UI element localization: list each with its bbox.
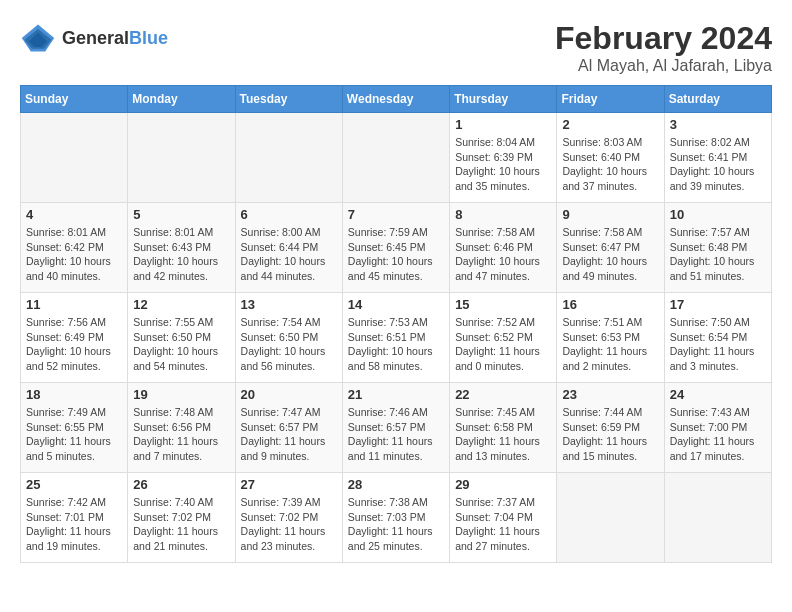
- calendar-cell: 23Sunrise: 7:44 AM Sunset: 6:59 PM Dayli…: [557, 383, 664, 473]
- calendar-cell: 12Sunrise: 7:55 AM Sunset: 6:50 PM Dayli…: [128, 293, 235, 383]
- calendar-cell: [21, 113, 128, 203]
- day-info: Sunrise: 7:50 AM Sunset: 6:54 PM Dayligh…: [670, 315, 766, 374]
- calendar-cell: 17Sunrise: 7:50 AM Sunset: 6:54 PM Dayli…: [664, 293, 771, 383]
- calendar-header-cell: Monday: [128, 86, 235, 113]
- calendar-header-cell: Sunday: [21, 86, 128, 113]
- calendar-cell: 26Sunrise: 7:40 AM Sunset: 7:02 PM Dayli…: [128, 473, 235, 563]
- calendar-cell: 3Sunrise: 8:02 AM Sunset: 6:41 PM Daylig…: [664, 113, 771, 203]
- day-info: Sunrise: 7:56 AM Sunset: 6:49 PM Dayligh…: [26, 315, 122, 374]
- day-info: Sunrise: 7:45 AM Sunset: 6:58 PM Dayligh…: [455, 405, 551, 464]
- day-info: Sunrise: 7:53 AM Sunset: 6:51 PM Dayligh…: [348, 315, 444, 374]
- day-number: 7: [348, 207, 444, 222]
- day-info: Sunrise: 8:04 AM Sunset: 6:39 PM Dayligh…: [455, 135, 551, 194]
- day-number: 25: [26, 477, 122, 492]
- page-header: GeneralBlue February 2024 Al Mayah, Al J…: [20, 20, 772, 75]
- calendar-header-cell: Wednesday: [342, 86, 449, 113]
- calendar-cell: 22Sunrise: 7:45 AM Sunset: 6:58 PM Dayli…: [450, 383, 557, 473]
- day-info: Sunrise: 7:38 AM Sunset: 7:03 PM Dayligh…: [348, 495, 444, 554]
- calendar-cell: 1Sunrise: 8:04 AM Sunset: 6:39 PM Daylig…: [450, 113, 557, 203]
- day-info: Sunrise: 7:59 AM Sunset: 6:45 PM Dayligh…: [348, 225, 444, 284]
- calendar-cell: 11Sunrise: 7:56 AM Sunset: 6:49 PM Dayli…: [21, 293, 128, 383]
- day-info: Sunrise: 7:44 AM Sunset: 6:59 PM Dayligh…: [562, 405, 658, 464]
- day-number: 11: [26, 297, 122, 312]
- day-info: Sunrise: 7:58 AM Sunset: 6:46 PM Dayligh…: [455, 225, 551, 284]
- day-number: 27: [241, 477, 337, 492]
- day-number: 22: [455, 387, 551, 402]
- calendar-cell: 27Sunrise: 7:39 AM Sunset: 7:02 PM Dayli…: [235, 473, 342, 563]
- day-number: 21: [348, 387, 444, 402]
- calendar-cell: 6Sunrise: 8:00 AM Sunset: 6:44 PM Daylig…: [235, 203, 342, 293]
- logo: GeneralBlue: [20, 20, 168, 56]
- calendar-cell: 21Sunrise: 7:46 AM Sunset: 6:57 PM Dayli…: [342, 383, 449, 473]
- calendar-cell: 19Sunrise: 7:48 AM Sunset: 6:56 PM Dayli…: [128, 383, 235, 473]
- calendar-cell: 8Sunrise: 7:58 AM Sunset: 6:46 PM Daylig…: [450, 203, 557, 293]
- day-info: Sunrise: 7:52 AM Sunset: 6:52 PM Dayligh…: [455, 315, 551, 374]
- day-info: Sunrise: 8:03 AM Sunset: 6:40 PM Dayligh…: [562, 135, 658, 194]
- calendar-cell: 14Sunrise: 7:53 AM Sunset: 6:51 PM Dayli…: [342, 293, 449, 383]
- calendar-header-row: SundayMondayTuesdayWednesdayThursdayFrid…: [21, 86, 772, 113]
- day-info: Sunrise: 7:40 AM Sunset: 7:02 PM Dayligh…: [133, 495, 229, 554]
- day-number: 6: [241, 207, 337, 222]
- day-number: 28: [348, 477, 444, 492]
- calendar-cell: 25Sunrise: 7:42 AM Sunset: 7:01 PM Dayli…: [21, 473, 128, 563]
- calendar-table: SundayMondayTuesdayWednesdayThursdayFrid…: [20, 85, 772, 563]
- day-number: 17: [670, 297, 766, 312]
- day-number: 14: [348, 297, 444, 312]
- day-info: Sunrise: 7:37 AM Sunset: 7:04 PM Dayligh…: [455, 495, 551, 554]
- logo-text: GeneralBlue: [62, 28, 168, 49]
- day-number: 10: [670, 207, 766, 222]
- day-number: 26: [133, 477, 229, 492]
- day-number: 20: [241, 387, 337, 402]
- day-number: 23: [562, 387, 658, 402]
- calendar-cell: 9Sunrise: 7:58 AM Sunset: 6:47 PM Daylig…: [557, 203, 664, 293]
- calendar-cell: 7Sunrise: 7:59 AM Sunset: 6:45 PM Daylig…: [342, 203, 449, 293]
- calendar-cell: [557, 473, 664, 563]
- calendar-cell: 20Sunrise: 7:47 AM Sunset: 6:57 PM Dayli…: [235, 383, 342, 473]
- day-number: 15: [455, 297, 551, 312]
- day-info: Sunrise: 8:02 AM Sunset: 6:41 PM Dayligh…: [670, 135, 766, 194]
- calendar-header: SundayMondayTuesdayWednesdayThursdayFrid…: [21, 86, 772, 113]
- calendar-week-row: 11Sunrise: 7:56 AM Sunset: 6:49 PM Dayli…: [21, 293, 772, 383]
- day-info: Sunrise: 7:46 AM Sunset: 6:57 PM Dayligh…: [348, 405, 444, 464]
- day-number: 3: [670, 117, 766, 132]
- day-info: Sunrise: 7:55 AM Sunset: 6:50 PM Dayligh…: [133, 315, 229, 374]
- calendar-cell: 13Sunrise: 7:54 AM Sunset: 6:50 PM Dayli…: [235, 293, 342, 383]
- day-number: 1: [455, 117, 551, 132]
- calendar-cell: 24Sunrise: 7:43 AM Sunset: 7:00 PM Dayli…: [664, 383, 771, 473]
- calendar-cell: 28Sunrise: 7:38 AM Sunset: 7:03 PM Dayli…: [342, 473, 449, 563]
- day-info: Sunrise: 7:39 AM Sunset: 7:02 PM Dayligh…: [241, 495, 337, 554]
- day-number: 5: [133, 207, 229, 222]
- day-info: Sunrise: 8:01 AM Sunset: 6:43 PM Dayligh…: [133, 225, 229, 284]
- calendar-header-cell: Thursday: [450, 86, 557, 113]
- calendar-cell: 5Sunrise: 8:01 AM Sunset: 6:43 PM Daylig…: [128, 203, 235, 293]
- calendar-cell: [128, 113, 235, 203]
- day-info: Sunrise: 7:42 AM Sunset: 7:01 PM Dayligh…: [26, 495, 122, 554]
- day-number: 18: [26, 387, 122, 402]
- title-section: February 2024 Al Mayah, Al Jafarah, Liby…: [555, 20, 772, 75]
- day-info: Sunrise: 7:57 AM Sunset: 6:48 PM Dayligh…: [670, 225, 766, 284]
- day-number: 16: [562, 297, 658, 312]
- calendar-cell: 10Sunrise: 7:57 AM Sunset: 6:48 PM Dayli…: [664, 203, 771, 293]
- day-info: Sunrise: 8:01 AM Sunset: 6:42 PM Dayligh…: [26, 225, 122, 284]
- calendar-body: 1Sunrise: 8:04 AM Sunset: 6:39 PM Daylig…: [21, 113, 772, 563]
- logo-icon: [20, 20, 56, 56]
- day-info: Sunrise: 7:48 AM Sunset: 6:56 PM Dayligh…: [133, 405, 229, 464]
- main-title: February 2024: [555, 20, 772, 57]
- calendar-cell: [235, 113, 342, 203]
- calendar-cell: [664, 473, 771, 563]
- day-number: 29: [455, 477, 551, 492]
- calendar-cell: 29Sunrise: 7:37 AM Sunset: 7:04 PM Dayli…: [450, 473, 557, 563]
- day-info: Sunrise: 7:43 AM Sunset: 7:00 PM Dayligh…: [670, 405, 766, 464]
- day-info: Sunrise: 7:51 AM Sunset: 6:53 PM Dayligh…: [562, 315, 658, 374]
- day-number: 2: [562, 117, 658, 132]
- calendar-week-row: 18Sunrise: 7:49 AM Sunset: 6:55 PM Dayli…: [21, 383, 772, 473]
- day-number: 12: [133, 297, 229, 312]
- day-number: 8: [455, 207, 551, 222]
- day-number: 13: [241, 297, 337, 312]
- calendar-week-row: 25Sunrise: 7:42 AM Sunset: 7:01 PM Dayli…: [21, 473, 772, 563]
- day-info: Sunrise: 8:00 AM Sunset: 6:44 PM Dayligh…: [241, 225, 337, 284]
- calendar-header-cell: Saturday: [664, 86, 771, 113]
- day-info: Sunrise: 7:58 AM Sunset: 6:47 PM Dayligh…: [562, 225, 658, 284]
- day-number: 24: [670, 387, 766, 402]
- calendar-cell: 16Sunrise: 7:51 AM Sunset: 6:53 PM Dayli…: [557, 293, 664, 383]
